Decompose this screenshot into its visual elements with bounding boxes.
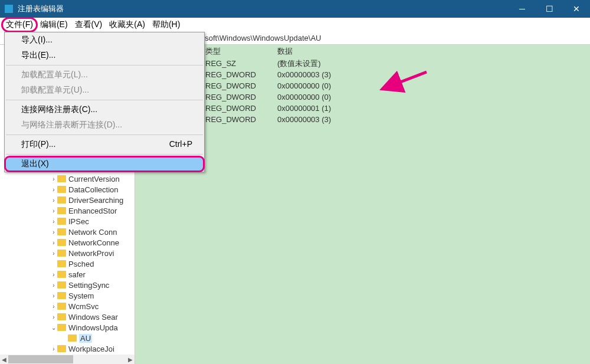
list-header: 类型 数据 <box>203 45 590 58</box>
row-data: 0x00000003 (3) <box>275 115 393 124</box>
close-button[interactable]: ✕ <box>563 0 590 18</box>
row-type: REG_DWORD <box>203 115 275 124</box>
menu-edit[interactable]: 编辑(E) <box>37 18 71 31</box>
tree-horizontal-scrollbar[interactable]: ◀ ▶ <box>0 355 135 364</box>
chevron-right-icon[interactable]: › <box>50 303 57 310</box>
table-row[interactable]: TimeREG_DWORD0x00000003 (3) <box>203 114 590 125</box>
tree-item-label: WorkplaceJoi <box>68 345 114 353</box>
tree-item[interactable]: Psched <box>0 258 135 269</box>
folder-icon <box>57 292 66 299</box>
row-data: 0x00000000 (0) <box>275 81 393 90</box>
menu-item-import[interactable]: 导入(I)... <box>5 32 204 48</box>
chevron-right-icon[interactable]: › <box>50 229 57 235</box>
menu-view[interactable]: 查看(V) <box>71 18 106 31</box>
tree-item[interactable]: ›NetworkConne <box>0 237 135 248</box>
menu-item-exit[interactable]: 退出(X) <box>5 156 204 172</box>
menu-favorites[interactable]: 收藏夹(A) <box>106 18 149 31</box>
menu-item-connect-network[interactable]: 连接网络注册表(C)... <box>5 102 204 117</box>
tree-item-label: System <box>68 291 94 300</box>
table-row[interactable]: DayREG_DWORD0x00000000 (0) <box>203 91 590 103</box>
menu-separator <box>6 135 203 135</box>
menu-help[interactable]: 帮助(H) <box>149 18 183 31</box>
app-icon <box>5 5 13 13</box>
folder-icon <box>57 218 66 225</box>
folder-icon <box>57 175 66 182</box>
tree-item-label: Psched <box>68 260 94 268</box>
chevron-right-icon[interactable]: › <box>50 176 57 182</box>
tree-item[interactable]: ›Windows Sear <box>0 311 135 322</box>
address-path: osoft\Windows\WindowsUpdate\AU <box>201 34 321 42</box>
tree-item-label: NetworkConne <box>68 238 119 247</box>
tree-item[interactable]: ⌄WindowsUpda <box>0 322 135 333</box>
menu-separator <box>6 154 203 155</box>
chevron-right-icon[interactable]: › <box>50 293 57 299</box>
row-type: REG_DWORD <box>203 104 275 113</box>
chevron-right-icon[interactable]: › <box>50 314 57 320</box>
scroll-right-icon[interactable]: ▶ <box>126 356 135 363</box>
chevron-down-icon[interactable]: ⌄ <box>50 324 57 331</box>
chevron-right-icon[interactable]: › <box>50 346 57 352</box>
tree-item[interactable]: ›WcmSvc <box>0 301 135 311</box>
tree-item-label: Windows Sear <box>68 313 118 322</box>
print-shortcut: Ctrl+P <box>169 139 192 150</box>
titlebar: 注册表编辑器 ─ ☐ ✕ <box>0 0 590 18</box>
table-row[interactable]: REG_SZ(数值未设置) <box>203 58 590 69</box>
tree-item[interactable]: ›NetworkProvi <box>0 248 135 258</box>
tree-item-label: SettingSync <box>68 281 109 290</box>
maximize-button[interactable]: ☐ <box>536 0 563 18</box>
table-row[interactable]: REG_DWORD0x00000000 (0) <box>203 80 590 91</box>
menu-separator <box>6 100 203 100</box>
tree-item[interactable]: ›WorkplaceJoi <box>0 343 135 354</box>
chevron-right-icon[interactable]: › <box>50 250 57 257</box>
menu-file[interactable]: 文件(F) <box>2 18 37 31</box>
tree-item[interactable]: ›DataCollection <box>0 184 135 195</box>
tree-item-label: WindowsUpda <box>68 323 118 332</box>
row-data: 0x00000000 (0) <box>275 93 393 101</box>
folder-icon <box>57 345 66 352</box>
chevron-right-icon[interactable]: › <box>50 240 57 246</box>
table-row[interactable]: EveryWeekREG_DWORD0x00000001 (1) <box>203 103 590 114</box>
tree-item-label: safer <box>68 270 86 279</box>
scroll-thumb[interactable] <box>8 355 73 363</box>
tree-item[interactable]: ›CurrentVersion <box>0 173 135 184</box>
folder-icon <box>57 239 66 246</box>
chevron-right-icon[interactable]: › <box>50 282 57 288</box>
folder-icon <box>57 260 66 267</box>
tree-item[interactable]: ›DriverSearching <box>0 195 135 205</box>
tree-item-label: NetworkProvi <box>68 249 114 258</box>
window-title: 注册表编辑器 <box>18 4 64 14</box>
tree-item[interactable]: ›EnhancedStor <box>0 205 135 216</box>
tree-item[interactable]: AU <box>0 333 135 343</box>
folder-icon <box>57 271 66 278</box>
folder-icon <box>57 228 66 235</box>
file-dropdown-menu: 导入(I)... 导出(E)... 加载配置单元(L)... 卸载配置单元(U)… <box>4 32 205 172</box>
table-row[interactable]: REG_DWORD0x00000003 (3) <box>203 69 590 80</box>
tree-item-label: IPSec <box>68 217 89 226</box>
menu-item-unload-hive: 卸载配置单元(U)... <box>5 83 204 98</box>
menu-item-print[interactable]: 打印(P)... Ctrl+P <box>5 137 204 152</box>
folder-icon <box>57 186 66 193</box>
tree-item-label: AU <box>79 334 92 343</box>
scroll-left-icon[interactable]: ◀ <box>0 356 8 363</box>
column-header-type[interactable]: 类型 <box>203 46 275 58</box>
chevron-right-icon[interactable]: › <box>50 186 57 193</box>
row-type: REG_DWORD <box>203 81 275 90</box>
tree-item[interactable]: ›System <box>0 290 135 301</box>
folder-icon <box>57 207 66 214</box>
tree-item[interactable]: ›IPSec <box>0 216 135 227</box>
chevron-right-icon[interactable]: › <box>50 208 57 214</box>
tree-item[interactable]: ›safer <box>0 269 135 280</box>
tree-item[interactable]: ›SettingSync <box>0 280 135 290</box>
menu-item-export[interactable]: 导出(E)... <box>5 48 204 63</box>
chevron-right-icon[interactable]: › <box>50 197 57 204</box>
tree-item[interactable]: ›Network Conn <box>0 227 135 237</box>
chevron-right-icon[interactable]: › <box>50 218 57 225</box>
row-data: (数值未设置) <box>275 58 393 69</box>
tree-item-label: WcmSvc <box>68 302 99 311</box>
folder-icon <box>57 196 66 204</box>
folder-icon <box>68 335 77 342</box>
row-type: REG_DWORD <box>203 93 275 101</box>
minimize-button[interactable]: ─ <box>509 0 536 18</box>
column-header-data[interactable]: 数据 <box>275 46 393 58</box>
chevron-right-icon[interactable]: › <box>50 271 57 278</box>
